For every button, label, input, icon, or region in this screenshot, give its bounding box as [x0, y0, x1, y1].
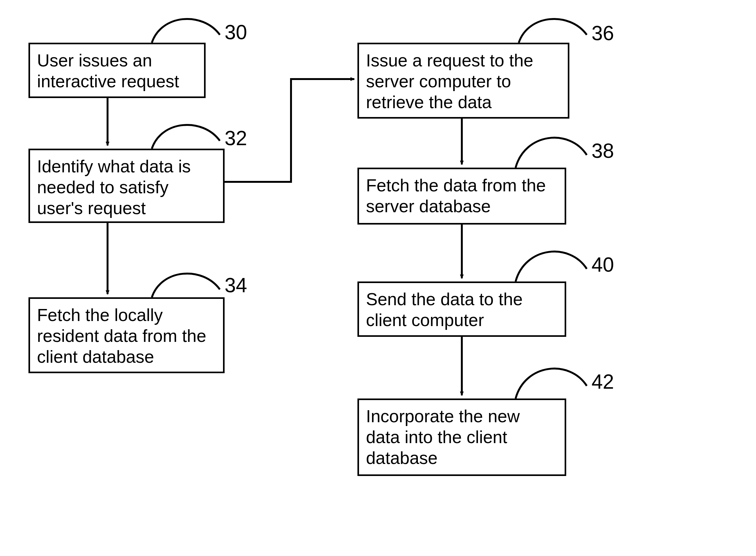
node-40: Send the data to the client computer [357, 281, 566, 337]
node-34-text: Fetch the locally resident data from the… [37, 305, 206, 367]
node-32: Identify what data is needed to satisfy … [29, 149, 225, 223]
flowchart-canvas: User issues an interactive request Ident… [0, 0, 756, 556]
node-32-text: Identify what data is needed to satisfy … [37, 157, 191, 218]
node-38: Fetch the data from the server database [357, 168, 566, 224]
ref-30: 30 [225, 21, 247, 44]
node-40-text: Send the data to the client computer [366, 289, 522, 330]
ref-40: 40 [591, 253, 614, 276]
ref-38: 38 [591, 139, 614, 163]
callout-36 [519, 19, 587, 43]
ref-42: 42 [591, 370, 614, 393]
node-36: Issue a request to the server computer t… [357, 43, 570, 118]
callout-40 [516, 251, 587, 281]
ref-34: 34 [225, 274, 247, 297]
ref-32: 32 [225, 127, 247, 150]
node-42-text: Incorporate the new data into the client… [366, 407, 520, 468]
node-36-text: Issue a request to the server computer t… [366, 50, 533, 112]
node-38-text: Fetch the data from the server database [366, 176, 546, 216]
node-42: Incorporate the new data into the client… [357, 398, 566, 476]
node-30-text: User issues an interactive request [37, 50, 179, 91]
callout-30 [152, 19, 220, 43]
node-34: Fetch the locally resident data from the… [29, 297, 225, 373]
callout-34 [152, 274, 220, 297]
callout-42 [516, 369, 587, 398]
callout-38 [516, 138, 587, 168]
ref-36: 36 [591, 22, 614, 45]
node-30: User issues an interactive request [29, 43, 206, 98]
callout-32 [152, 125, 220, 149]
